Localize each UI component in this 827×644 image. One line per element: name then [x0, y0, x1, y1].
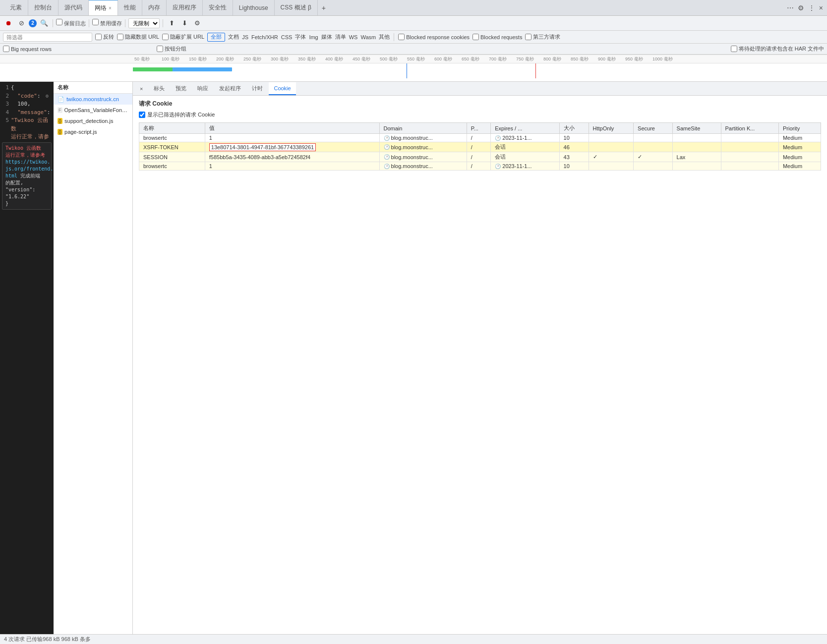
hide-ext-urls-checkbox[interactable] [162, 34, 169, 40]
col-samesite[interactable]: SameSite [672, 123, 721, 134]
throttle-select[interactable]: 无限制 [128, 18, 160, 28]
domain-clock-icon: 🕐 [384, 135, 390, 141]
status-bar: 4 次请求 已传输968 kB 968 kB 条多 [0, 634, 827, 644]
pending-har-checkbox[interactable] [731, 46, 737, 52]
big-rows-checkbox[interactable] [3, 46, 9, 52]
tab-performance[interactable]: 性能 [118, 0, 142, 15]
sidebar-item-opensans[interactable]: F OpenSans_VariableFont_wdth,... [54, 105, 132, 116]
tab-security[interactable]: 安全性 [203, 0, 233, 15]
detail-tab-initiator[interactable]: 发起程序 [214, 82, 246, 95]
settings-button[interactable]: ⚙ [192, 18, 203, 29]
expires-clock-icon-1: 🕐 [495, 135, 501, 141]
cell-samesite [672, 162, 721, 171]
show-filtered-cookies-checkbox[interactable] [139, 112, 145, 118]
tab-console[interactable]: 控制台 [28, 0, 59, 15]
cell-samesite [672, 142, 721, 152]
table-row[interactable]: browsertc 1 🕐 blog.moonstruc... / [139, 162, 821, 171]
col-domain[interactable]: Domain [379, 123, 467, 134]
tab-network[interactable]: 网络 × [89, 0, 118, 15]
other-type-label[interactable]: 其他 [379, 33, 390, 41]
cell-value: 13e80714-3801-4947-81bf-367743389261 [205, 142, 379, 152]
manifest-type-label[interactable]: 清单 [335, 33, 346, 41]
sidebar-item-twikoo[interactable]: 📄 twikoo.moonstruck.cn [54, 94, 132, 105]
sidebar-item-pagescript[interactable]: {} page-script.js [54, 126, 132, 137]
media-type-label[interactable]: 媒体 [321, 33, 332, 41]
preserve-log-checkbox[interactable] [56, 19, 62, 25]
blocked-requests-label: Blocked requests [473, 34, 522, 40]
cell-priority: Medium [778, 162, 821, 171]
tab-application[interactable]: 应用程序 [167, 0, 203, 15]
add-tab-button[interactable]: + [318, 4, 330, 12]
third-party-checkbox[interactable] [525, 34, 532, 40]
tab-elements[interactable]: 元素 [4, 0, 28, 15]
col-priority[interactable]: Priority [778, 123, 821, 134]
tab-network-close-icon[interactable]: × [109, 5, 112, 11]
col-path[interactable]: P... [467, 123, 491, 134]
col-partition[interactable]: Partition K... [721, 123, 778, 134]
reverse-filter-checkbox[interactable] [95, 34, 102, 40]
col-value[interactable]: 值 [205, 123, 379, 134]
hide-data-urls-label: 隐藏数据 URL [117, 33, 159, 41]
separator-4 [163, 19, 163, 27]
cell-size: 43 [559, 152, 589, 162]
filter-input[interactable] [3, 33, 92, 42]
search-button[interactable]: 🔍 [39, 18, 50, 29]
col-secure[interactable]: Secure [634, 123, 673, 134]
table-row[interactable]: browsertc 1 🕐 blog.moonstruc... / [139, 134, 821, 142]
cell-path: / [467, 142, 491, 152]
detail-tab-close[interactable]: × [135, 82, 148, 95]
settings-icon[interactable]: ⚙ [798, 4, 804, 12]
col-name[interactable]: 名称 [139, 123, 205, 134]
detail-tab-cookie[interactable]: Cookie [269, 82, 295, 95]
separator-2 [89, 19, 89, 27]
import-button[interactable]: ⬆ [166, 18, 177, 29]
record-button[interactable]: ⏺ [3, 18, 14, 29]
capture-split-checkbox[interactable] [157, 46, 163, 52]
tab-memory-label: 内存 [148, 3, 160, 12]
preserve-log-label: 保留日志 [56, 19, 86, 27]
table-row[interactable]: SESSION f585bb5a-3435-4089-abb3-a5eb7245… [139, 152, 821, 162]
detail-tab-headers[interactable]: 标头 [149, 82, 170, 95]
text-type-label[interactable]: 文档 [228, 33, 239, 41]
all-type-button[interactable]: 全部 [207, 33, 225, 42]
detail-tab-timing[interactable]: 计时 [247, 82, 268, 95]
pending-har-label: 将待处理的请求包含在 HAR 文件中 [731, 45, 824, 53]
table-row[interactable]: XSRF-TOKEN 13e80714-3801-4947-81bf-36774… [139, 142, 821, 152]
top-bar-right: ⋯ ⚙ ⋮ × [787, 4, 823, 12]
timeline-area: 50 毫秒 100 毫秒 150 毫秒 200 毫秒 250 毫秒 300 毫秒… [0, 55, 827, 82]
wasm-type-label[interactable]: Wasm [360, 34, 376, 40]
detail-tab-preview[interactable]: 预览 [171, 82, 191, 95]
col-expires[interactable]: Expires / ... [491, 123, 559, 134]
export-button[interactable]: ⬇ [179, 18, 190, 29]
col-httponly[interactable]: HttpOnly [589, 123, 634, 134]
col-size[interactable]: 大小 [559, 123, 589, 134]
tab-memory[interactable]: 内存 [142, 0, 167, 15]
customize-icon[interactable]: ⋯ [787, 4, 794, 12]
selected-value-box: 13e80714-3801-4947-81bf-367743389261 [209, 143, 316, 151]
disable-cache-checkbox[interactable] [92, 19, 99, 25]
cell-path: / [467, 152, 491, 162]
hide-data-urls-checkbox[interactable] [117, 34, 123, 40]
fetch-xhr-type-label[interactable]: Fetch/XHR [251, 34, 278, 40]
tab-sources[interactable]: 源代码 [59, 0, 89, 15]
cell-name: SESSION [139, 152, 205, 162]
detail-tab-response[interactable]: 响应 [192, 82, 213, 95]
blocked-cookies-checkbox[interactable] [398, 34, 405, 40]
blocked-requests-checkbox[interactable] [473, 34, 479, 40]
cell-samesite [672, 134, 721, 142]
big-rows-label: Big request rows [3, 46, 52, 52]
close-devtools-icon[interactable]: × [819, 4, 823, 12]
more-icon[interactable]: ⋮ [808, 4, 815, 12]
img-type-label[interactable]: Img [309, 34, 318, 40]
tab-lighthouse[interactable]: Lighthouse [233, 0, 275, 15]
css-type-label[interactable]: CSS [281, 34, 293, 40]
stop-button[interactable]: ⊘ [16, 18, 27, 29]
font-type-label[interactable]: 字体 [295, 33, 306, 41]
ws-type-label[interactable]: WS [349, 34, 358, 40]
timeline-bars [0, 63, 827, 78]
cell-httponly: ✓ [589, 152, 634, 162]
tab-css-overview[interactable]: CSS 概述 β [275, 0, 318, 15]
sidebar-item-support[interactable]: {} support_detection.js [54, 116, 132, 126]
tab-list: 元素 控制台 源代码 网络 × 性能 内存 应用程序 安全性 [4, 0, 330, 15]
js-type-label[interactable]: JS [242, 34, 248, 40]
